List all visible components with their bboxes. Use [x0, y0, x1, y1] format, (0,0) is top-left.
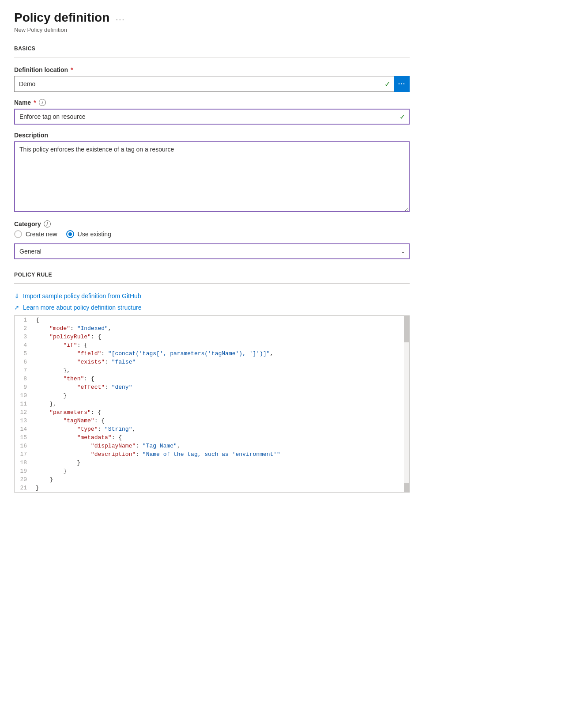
- code-line-7: 7 },: [15, 366, 403, 375]
- definition-location-group: Definition location * ✓ ···: [14, 66, 410, 92]
- description-textarea[interactable]: This policy enforces the existence of a …: [14, 141, 410, 212]
- code-line-14: 14 "type": "String",: [15, 425, 403, 433]
- page-header: Policy definition ... New Policy definit…: [14, 11, 410, 33]
- use-existing-label: Use existing: [78, 231, 111, 238]
- code-line-4: 4 "if": {: [15, 341, 403, 349]
- required-star-location: *: [71, 66, 73, 73]
- code-line-5: 5 "field": "[concat('tags[', parameters(…: [15, 349, 403, 358]
- category-radio-group: Create new Use existing: [14, 230, 410, 238]
- description-label: Description: [14, 132, 410, 139]
- name-label: Name * i: [14, 99, 410, 106]
- location-check-icon: ✓: [384, 80, 390, 88]
- name-input[interactable]: [14, 109, 410, 125]
- policy-rule-section: POLICY RULE ⇓ Import sample policy defin…: [14, 272, 410, 493]
- name-info-icon: i: [39, 99, 46, 106]
- code-line-12: 12 "parameters": {: [15, 408, 403, 417]
- use-existing-option[interactable]: Use existing: [66, 230, 111, 238]
- external-link-icon: ➚: [14, 304, 19, 311]
- location-browse-button[interactable]: ···: [394, 76, 410, 92]
- create-new-option[interactable]: Create new: [14, 230, 57, 238]
- name-check-icon: ✓: [399, 113, 405, 121]
- code-line-3: 3 "policyRule": {: [15, 333, 403, 341]
- policy-rule-divider: [14, 283, 410, 284]
- definition-location-input[interactable]: [14, 76, 410, 92]
- basics-heading: BASICS: [14, 46, 410, 52]
- create-new-label: Create new: [26, 231, 57, 238]
- code-line-6: 6 "exists": "false": [15, 358, 403, 366]
- basics-divider: [14, 57, 410, 57]
- code-line-19: 19 }: [15, 467, 403, 475]
- code-line-11: 11 },: [15, 400, 403, 408]
- code-content: 1 { 2 "mode": "Indexed", 3 "policyRule":…: [15, 316, 403, 492]
- scrollbar-thumb-bottom[interactable]: [404, 483, 409, 492]
- scrollbar-track[interactable]: [404, 316, 409, 492]
- definition-location-input-wrapper: ✓ ···: [14, 76, 410, 92]
- required-star-name: *: [34, 99, 36, 106]
- code-line-8: 8 "then": {: [15, 375, 403, 383]
- code-line-1: 1 {: [15, 316, 403, 324]
- download-icon: ⇓: [14, 292, 19, 300]
- policy-rule-heading: POLICY RULE: [14, 272, 410, 278]
- code-line-16: 16 "displayName": "Tag Name",: [15, 442, 403, 450]
- category-select[interactable]: General Compute Network Storage: [14, 243, 410, 259]
- category-label: Category i: [14, 220, 410, 228]
- category-group: Category i Create new Use existing Gener…: [14, 220, 410, 259]
- code-line-9: 9 "effect": "deny": [15, 383, 403, 391]
- name-group: Name * i ✓: [14, 99, 410, 125]
- ellipsis-button[interactable]: ...: [114, 12, 127, 23]
- definition-location-label: Definition location *: [14, 66, 410, 73]
- code-line-13: 13 "tagName": {: [15, 417, 403, 425]
- code-line-21: 21 }: [15, 484, 403, 492]
- category-info-icon: i: [44, 220, 51, 228]
- import-github-link[interactable]: ⇓ Import sample policy definition from G…: [14, 292, 410, 300]
- code-line-17: 17 "description": "Name of the tag, such…: [15, 450, 403, 459]
- create-new-radio[interactable]: [14, 230, 22, 238]
- code-line-2: 2 "mode": "Indexed",: [15, 324, 403, 333]
- use-existing-radio[interactable]: [66, 230, 74, 238]
- code-editor[interactable]: 1 { 2 "mode": "Indexed", 3 "policyRule":…: [14, 315, 410, 493]
- code-line-20: 20 }: [15, 475, 403, 484]
- learn-more-link[interactable]: ➚ Learn more about policy definition str…: [14, 304, 410, 311]
- code-line-15: 15 "metadata": {: [15, 433, 403, 442]
- category-select-wrapper: General Compute Network Storage ⌄: [14, 243, 410, 259]
- name-input-wrapper: ✓: [14, 109, 410, 125]
- code-line-10: 10 }: [15, 391, 403, 400]
- scrollbar-thumb-top[interactable]: [404, 316, 409, 342]
- page-title: Policy definition: [14, 11, 109, 25]
- description-group: Description This policy enforces the exi…: [14, 132, 410, 213]
- code-line-18: 18 }: [15, 459, 403, 467]
- page-subtitle: New Policy definition: [14, 27, 410, 33]
